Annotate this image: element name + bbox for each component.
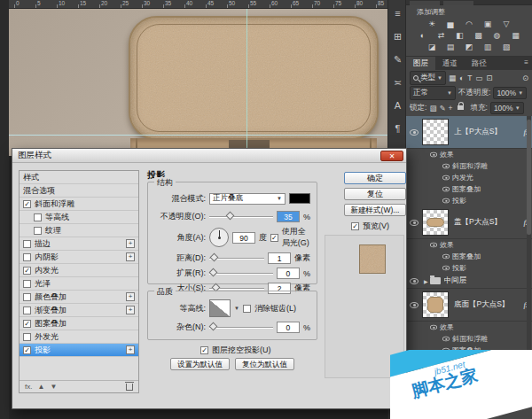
style-checkbox[interactable] (23, 333, 31, 341)
effect-row[interactable]: 内发光 (406, 172, 532, 183)
distance-slider[interactable] (209, 258, 264, 260)
gradient-map-icon[interactable]: ▥ (481, 42, 495, 52)
chevron-down-icon[interactable]: ▼ (234, 306, 239, 311)
style-checkbox[interactable]: ✓ (23, 320, 31, 328)
filter-toggle-icon[interactable]: ⊙ (522, 74, 528, 82)
paragraph-icon[interactable]: ¶ (388, 119, 407, 138)
threshold-icon[interactable]: ◩ (462, 42, 476, 52)
spread-field[interactable]: 0 (277, 268, 300, 279)
layer-group-row[interactable]: ▶中间层 (406, 274, 532, 289)
horizontal-guide[interactable] (9, 135, 387, 136)
layer-filter-icon[interactable]: T (467, 74, 472, 82)
invert-icon[interactable]: ◪ (425, 42, 439, 52)
effect-row[interactable]: 投影 (406, 195, 532, 206)
layer-filter-icon[interactable]: ▭ (475, 74, 482, 82)
effect-row[interactable]: 图案叠加 (406, 183, 532, 195)
black-white-icon[interactable]: ◧ (453, 30, 467, 41)
layer-row[interactable]: 上【P大点S】fx (406, 116, 532, 149)
style-row[interactable]: ✓斜面和浮雕 (20, 198, 138, 211)
effects-header-row[interactable]: 效果 (406, 322, 532, 333)
photo-filter-icon[interactable]: ▩ (472, 30, 486, 41)
contour-thumbnail[interactable] (209, 299, 231, 317)
add-instance-icon[interactable]: + (126, 345, 135, 354)
eye-toggle[interactable] (406, 129, 422, 136)
style-checkbox[interactable] (23, 280, 31, 288)
style-row[interactable]: 颜色叠加+ (20, 291, 138, 304)
eye-toggle[interactable] (427, 324, 440, 330)
effect-row[interactable]: 斜面和浮雕 (406, 160, 532, 172)
reset-default-button[interactable]: 复位为默认值 (235, 358, 294, 370)
effects-header-row[interactable]: 效果 (406, 149, 532, 160)
add-instance-icon[interactable]: + (126, 292, 135, 301)
lock-icon[interactable]: ▨ (429, 104, 436, 113)
eye-toggle[interactable] (427, 151, 440, 158)
document-canvas[interactable] (9, 9, 387, 156)
style-checkbox[interactable] (34, 213, 42, 221)
eye-toggle[interactable] (440, 175, 452, 181)
eye-toggle[interactable] (440, 253, 452, 260)
style-checkbox[interactable]: ✓ (23, 200, 31, 208)
color-balance-icon[interactable]: ⇄ (434, 30, 449, 41)
fill-value[interactable]: 100% ▼ (490, 102, 524, 114)
tab-图层[interactable]: 图层 (406, 57, 435, 70)
shadow-blend-mode-dropdown[interactable]: 正片叠底 ▼ (209, 193, 286, 205)
curves-icon[interactable]: ◠ (462, 19, 476, 29)
style-row[interactable]: ✓投影+ (20, 344, 138, 357)
layer-row[interactable]: 盖【P大点S】fx (406, 206, 532, 239)
knockout-checkbox[interactable]: ✓ (200, 346, 208, 354)
delete-effect-icon[interactable] (126, 384, 133, 391)
shadow-color-swatch[interactable] (289, 193, 310, 204)
tab-路径[interactable]: 路径 (465, 57, 494, 70)
effect-row[interactable]: 投影 (406, 262, 532, 274)
channel-mixer-icon[interactable]: ◍ (490, 30, 505, 41)
style-row[interactable]: ✓图案叠加 (20, 317, 138, 330)
fx-menu-button[interactable]: fx. (25, 383, 32, 391)
exposure-icon[interactable]: ▣ (481, 19, 495, 29)
style-checkbox[interactable]: ✓ (23, 346, 31, 354)
effect-row[interactable]: 图案叠加 (406, 251, 532, 262)
layer-filter-icon[interactable]: ◐ (459, 74, 464, 82)
antialias-checkbox[interactable] (243, 305, 251, 313)
tab-通道[interactable]: 通道 (435, 57, 465, 70)
style-checkbox[interactable] (34, 227, 42, 235)
add-instance-icon[interactable]: + (126, 306, 135, 314)
angle-field[interactable]: 90 (232, 232, 255, 244)
hue-saturation-icon[interactable]: ◐ (416, 30, 430, 41)
panel-menu-icon[interactable]: ≡ (524, 57, 532, 70)
style-row[interactable]: 渐变叠加+ (20, 304, 138, 317)
filter-kind-dropdown[interactable]: 类型 ▼ (410, 71, 446, 85)
style-row-混合选项[interactable]: 混合选项 (20, 184, 138, 198)
dialog-title-bar[interactable]: 图层样式 ✕ (12, 149, 406, 163)
layer-filter-icon[interactable]: ▦ (449, 74, 456, 82)
color-lookup-icon[interactable]: ▦ (509, 30, 523, 41)
eye-toggle[interactable] (406, 302, 422, 308)
layer-row[interactable]: 底面【P大点S】fx (406, 289, 532, 322)
eye-toggle[interactable] (440, 198, 452, 204)
eye-toggle[interactable] (440, 186, 452, 192)
levels-icon[interactable]: ▅ (443, 19, 458, 29)
style-row[interactable]: 内阴影+ (20, 251, 138, 264)
posterize-icon[interactable]: ▤ (443, 42, 458, 52)
lock-all-icon[interactable] (458, 105, 464, 110)
new-style-button[interactable]: 新建样式(W)... (344, 204, 406, 216)
brush-presets-icon[interactable]: ✎ (388, 50, 407, 69)
ok-button[interactable]: 确定 (344, 172, 406, 184)
opacity-value[interactable]: 100% ▼ (493, 87, 527, 99)
eye-toggle[interactable] (427, 242, 440, 248)
style-row[interactable]: 外发光 (20, 330, 138, 344)
style-checkbox[interactable] (23, 306, 31, 314)
eye-toggle[interactable] (440, 336, 452, 342)
angle-dial[interactable] (209, 228, 229, 247)
character-icon[interactable]: A (388, 96, 407, 115)
eye-toggle[interactable] (406, 278, 422, 284)
global-light-checkbox[interactable]: ✓ (270, 234, 278, 242)
eye-toggle[interactable] (406, 220, 422, 226)
add-instance-icon[interactable]: + (126, 252, 135, 261)
layer-filter-icon[interactable]: ⊡ (486, 74, 492, 82)
tool-presets-icon[interactable]: ≍ (388, 73, 407, 92)
distance-field[interactable]: 1 (268, 252, 291, 264)
brightness-contrast-icon[interactable]: ☀ (425, 19, 439, 29)
shadow-opacity-field[interactable]: 35 (277, 211, 300, 222)
reset-button[interactable]: 复位 (344, 188, 406, 200)
add-instance-icon[interactable]: + (126, 239, 135, 248)
